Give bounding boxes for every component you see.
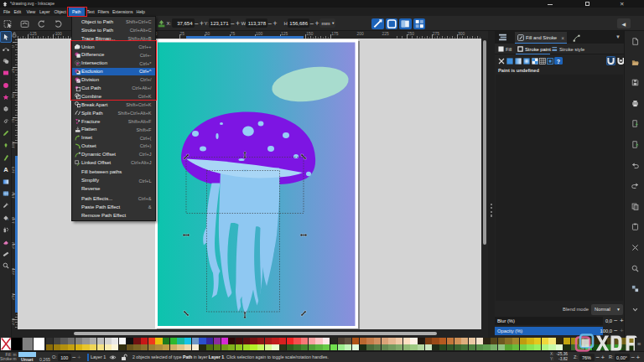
- palette-swatch[interactable]: [556, 338, 563, 344]
- palette-swatch[interactable]: [345, 338, 351, 344]
- palette-swatch[interactable]: [439, 338, 446, 344]
- palette-swatch[interactable]: [469, 338, 475, 344]
- zoom-decrement[interactable]: −: [596, 354, 600, 361]
- palette-swatch[interactable]: [352, 344, 359, 350]
- palette-swatch[interactable]: [585, 338, 592, 344]
- palette-swatch[interactable]: [315, 344, 322, 350]
- opacity-value[interactable]: 100,0: [594, 328, 612, 334]
- palette-swatch[interactable]: [265, 338, 272, 344]
- y-input[interactable]: 123,171: [209, 18, 231, 28]
- select-all-button[interactable]: [3, 19, 13, 28]
- menubar-item[interactable]: Extensions: [110, 8, 135, 16]
- palette-swatch[interactable]: [141, 338, 148, 344]
- palette-swatch[interactable]: [323, 344, 330, 350]
- palette-swatch[interactable]: [155, 344, 162, 350]
- palette-swatch[interactable]: [548, 344, 555, 350]
- tab-fill-and-stroke[interactable]: Fill and Stroke ×: [515, 32, 567, 44]
- tool-button[interactable]: [0, 176, 12, 188]
- blend-mode-dropdown[interactable]: Normal ▼: [591, 304, 623, 315]
- palette-swatch[interactable]: [68, 344, 75, 350]
- stroke-paint-value[interactable]: Unset: [21, 357, 33, 362]
- palette-swatch[interactable]: [432, 344, 439, 350]
- palette-swatch[interactable]: [90, 338, 96, 344]
- palette-swatch[interactable]: [366, 344, 373, 350]
- tool-button[interactable]: [0, 31, 12, 43]
- palette-swatch[interactable]: [330, 344, 337, 350]
- tool-button[interactable]: [0, 55, 12, 67]
- palette-swatch[interactable]: [520, 344, 527, 350]
- palette-swatch[interactable]: [534, 338, 541, 344]
- tool-button[interactable]: [0, 127, 12, 139]
- palette-swatch[interactable]: [330, 338, 337, 344]
- dock-splitter[interactable]: [488, 31, 495, 338]
- menu-item[interactable]: Remove Path Effect: [72, 211, 155, 220]
- palette-swatch[interactable]: [410, 338, 417, 344]
- select-touch-button[interactable]: [20, 19, 29, 28]
- scale-pattern-toggle[interactable]: [413, 18, 426, 29]
- palette-swatch[interactable]: [60, 344, 67, 350]
- palette-swatch[interactable]: [621, 344, 628, 350]
- palette-swatch[interactable]: [206, 344, 213, 350]
- palette-swatch[interactable]: [615, 338, 621, 344]
- palette-swatch[interactable]: [403, 338, 410, 344]
- palette-swatch[interactable]: [82, 344, 89, 350]
- palette-swatch[interactable]: [309, 338, 315, 344]
- layer-lock-icon[interactable]: [121, 354, 127, 361]
- palette-swatch[interactable]: [345, 344, 351, 350]
- vertical-scrollbar-thumb[interactable]: [483, 40, 486, 245]
- palette-swatch[interactable]: [454, 344, 461, 350]
- palette-swatch[interactable]: [46, 344, 53, 350]
- command-icon[interactable]: [625, 196, 644, 217]
- command-icon[interactable]: [625, 237, 644, 258]
- zoom-increment[interactable]: +: [601, 354, 605, 361]
- palette-swatch[interactable]: [366, 338, 373, 344]
- palette-swatch[interactable]: [75, 344, 82, 350]
- palette-swatch[interactable]: [425, 344, 432, 350]
- palette-gray-swatch[interactable]: [23, 338, 33, 350]
- paint-mesh-button[interactable]: [546, 57, 554, 65]
- object-opacity-input[interactable]: 100: [58, 354, 71, 362]
- tool-button[interactable]: [0, 199, 12, 211]
- tool-button[interactable]: [0, 224, 12, 235]
- palette-white-swatch[interactable]: [34, 338, 44, 350]
- command-icon[interactable]: [625, 299, 644, 320]
- tool-button[interactable]: [0, 116, 12, 127]
- palette-swatch[interactable]: [593, 338, 600, 344]
- blur-decrement[interactable]: −: [614, 317, 618, 324]
- palette-swatch[interactable]: [578, 338, 584, 344]
- vertical-ruler[interactable]: 0255075100125150175200225250275: [12, 39, 18, 329]
- blur-increment[interactable]: +: [620, 317, 624, 324]
- palette-swatch[interactable]: [360, 344, 366, 350]
- palette-swatch[interactable]: [170, 344, 177, 350]
- w-input[interactable]: 113,378: [246, 18, 267, 28]
- palette-swatch[interactable]: [309, 344, 315, 350]
- palette-swatch[interactable]: [505, 344, 512, 350]
- palette-swatch[interactable]: [512, 344, 519, 350]
- palette-swatch[interactable]: [607, 344, 614, 350]
- palette-swatch[interactable]: [498, 338, 505, 344]
- palette-swatch[interactable]: [447, 338, 454, 344]
- palette-swatch[interactable]: [221, 338, 228, 344]
- palette-swatch[interactable]: [97, 344, 104, 350]
- snap-toggle-icon[interactable]: [589, 18, 600, 29]
- palette-swatch[interactable]: [257, 338, 264, 344]
- menu-item[interactable]: Linked Offset Ctrl+Alt+J: [72, 158, 155, 167]
- palette-swatch[interactable]: [600, 338, 606, 344]
- palette-swatch[interactable]: [396, 344, 402, 350]
- menu-item[interactable]: Flatten Shift+F: [72, 126, 155, 134]
- objects-dialog-icon[interactable]: [496, 33, 508, 43]
- menubar-item[interactable]: Object: [52, 8, 69, 16]
- layer-visibility-icon[interactable]: [109, 354, 117, 361]
- palette-swatch[interactable]: [607, 338, 614, 344]
- palette-swatch[interactable]: [250, 338, 257, 344]
- palette-swatch[interactable]: [564, 344, 570, 350]
- tool-button[interactable]: [0, 91, 12, 103]
- palette-swatch[interactable]: [228, 338, 235, 344]
- palette-swatch[interactable]: [542, 344, 548, 350]
- palette-config-button[interactable]: ≡: [635, 338, 644, 351]
- palette-swatch[interactable]: [301, 344, 308, 350]
- palette-swatch[interactable]: [112, 344, 118, 350]
- tool-button[interactable]: [0, 80, 12, 91]
- blur-slider[interactable]: Blur (%): [495, 317, 603, 325]
- palette-swatch[interactable]: [360, 338, 366, 344]
